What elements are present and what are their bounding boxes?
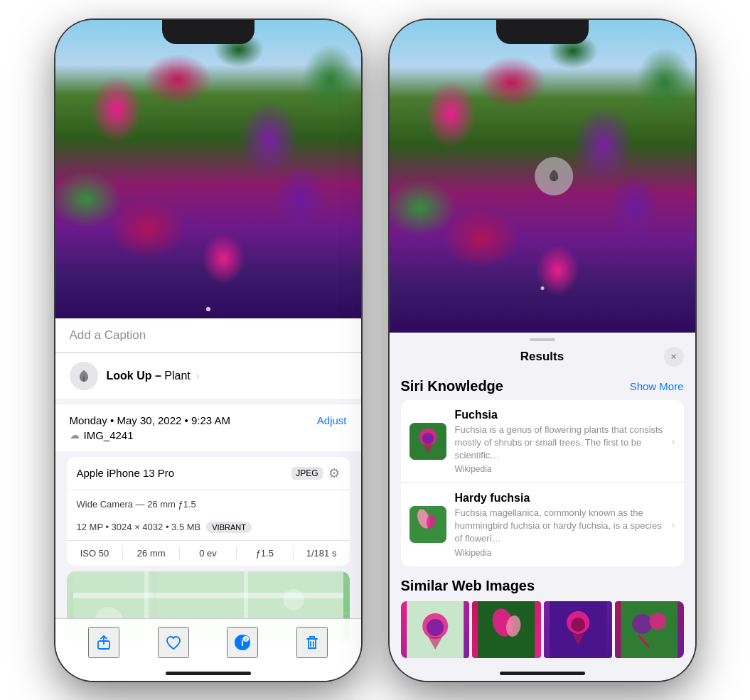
svg-rect-1 bbox=[73, 593, 343, 598]
page-dot bbox=[206, 307, 210, 311]
similar-title: Similar Web Images bbox=[401, 578, 684, 594]
hardy-thumbnail bbox=[409, 506, 446, 543]
fuchsia-info: Fuchsia Fuchsia is a genus of flowering … bbox=[455, 409, 663, 475]
similar-images-grid[interactable] bbox=[401, 601, 684, 658]
left-screen: Add a Caption Look Up – Plant › Monday •… bbox=[55, 20, 361, 681]
hardy-chevron: › bbox=[672, 519, 675, 530]
delete-button[interactable] bbox=[296, 627, 328, 658]
caption-placeholder[interactable]: Add a Caption bbox=[70, 328, 146, 342]
specs-text: 12 MP • 3024 × 4032 • 3.5 MB bbox=[77, 522, 201, 532]
sheet-handle bbox=[530, 338, 555, 341]
right-screen: Results × Siri Knowledge Show More bbox=[390, 20, 695, 681]
results-sheet: Results × Siri Knowledge Show More bbox=[390, 333, 695, 681]
svg-point-14 bbox=[422, 433, 434, 444]
device-name: Apple iPhone 13 Pro bbox=[77, 467, 175, 479]
exif-ev: 0 ev bbox=[180, 546, 237, 560]
similar-image-3[interactable] bbox=[544, 601, 613, 658]
right-phone: Results × Siri Knowledge Show More bbox=[390, 20, 695, 681]
home-indicator bbox=[166, 672, 251, 675]
svg-point-5 bbox=[283, 589, 304, 610]
svg-point-26 bbox=[571, 618, 585, 632]
sim-img-svg-4 bbox=[615, 601, 684, 658]
hardy-source: Wikipedia bbox=[455, 548, 663, 558]
flower-photo-right[interactable] bbox=[390, 20, 695, 333]
left-phone: Add a Caption Look Up – Plant › Monday •… bbox=[55, 20, 361, 681]
info-icon: i i bbox=[233, 633, 252, 652]
share-button[interactable] bbox=[88, 627, 119, 658]
results-title: Results bbox=[520, 350, 564, 364]
hardy-name: Hardy fuchsia bbox=[455, 492, 663, 505]
fuchsia-thumb-img bbox=[409, 423, 446, 460]
exif-row: ISO 50 26 mm 0 ev ƒ1.5 1/181 s bbox=[67, 540, 350, 566]
date-info: Monday • May 30, 2022 • 9:23 AM Adjust ☁… bbox=[55, 404, 361, 451]
similar-image-1[interactable] bbox=[401, 601, 470, 658]
fuchsia-desc: Fuchsia is a genus of flowering plants t… bbox=[455, 424, 663, 463]
specs-row: 12 MP • 3024 × 4032 • 3.5 MB VIBRANT bbox=[67, 517, 350, 540]
show-more-button[interactable]: Show More bbox=[630, 380, 684, 392]
hardy-info: Hardy fuchsia Fuchsia magellanica, commo… bbox=[455, 492, 663, 558]
svg-point-28 bbox=[632, 614, 652, 634]
exif-iso: ISO 50 bbox=[67, 546, 124, 560]
siri-knowledge-header: Siri Knowledge Show More bbox=[401, 378, 684, 394]
favorite-button[interactable] bbox=[158, 627, 189, 658]
info-button[interactable]: i i bbox=[227, 627, 258, 658]
share-icon bbox=[96, 635, 112, 650]
fuchsia-thumbnail bbox=[409, 423, 446, 460]
lookup-chevron: › bbox=[193, 370, 200, 382]
svg-text:i: i bbox=[245, 637, 247, 642]
trash-icon bbox=[304, 635, 320, 650]
lookup-row[interactable]: Look Up – Plant › bbox=[55, 352, 361, 399]
lookup-icon bbox=[70, 362, 98, 390]
exif-focal: 26 mm bbox=[123, 546, 180, 560]
siri-knowledge-title: Siri Knowledge bbox=[401, 378, 503, 394]
sim-img-svg-2 bbox=[472, 601, 541, 658]
sim-img-svg-1 bbox=[401, 601, 470, 658]
camera-row: Wide Camera — 26 mm ƒ1.5 bbox=[67, 490, 350, 517]
similar-image-4[interactable] bbox=[615, 601, 684, 658]
svg-point-20 bbox=[427, 619, 444, 636]
device-row: Apple iPhone 13 Pro JPEG ⚙ bbox=[67, 457, 350, 490]
fuchsia-name: Fuchsia bbox=[455, 409, 663, 421]
fuchsia-item[interactable]: Fuchsia Fuchsia is a genus of flowering … bbox=[401, 400, 684, 483]
notch-right bbox=[496, 20, 589, 44]
sim-img-svg-3 bbox=[544, 601, 613, 658]
visual-lookup-icon bbox=[545, 167, 563, 185]
flower-photo[interactable] bbox=[55, 20, 361, 318]
vibrant-badge: VIBRANT bbox=[206, 522, 252, 533]
badges: JPEG ⚙ bbox=[291, 465, 339, 481]
settings-icon[interactable]: ⚙ bbox=[328, 465, 340, 481]
caption-area[interactable]: Add a Caption bbox=[55, 318, 361, 352]
camera-text: Wide Camera — 26 mm ƒ1.5 bbox=[77, 499, 196, 510]
visual-lookup-button[interactable] bbox=[535, 157, 573, 195]
hardy-desc: Fuchsia magellanica, commonly known as t… bbox=[455, 507, 663, 546]
device-section: Apple iPhone 13 Pro JPEG ⚙ Wide Camera —… bbox=[67, 457, 350, 566]
fuchsia-chevron: › bbox=[672, 436, 675, 447]
lookup-text: Look Up – Plant › bbox=[107, 370, 200, 382]
heart-icon bbox=[165, 634, 182, 651]
exif-shutter: 1/181 s bbox=[294, 546, 350, 560]
similar-section: Similar Web Images bbox=[401, 578, 684, 658]
results-header: Results × bbox=[390, 347, 695, 372]
similar-image-2[interactable] bbox=[472, 601, 541, 658]
cloud-icon: ☁ bbox=[70, 429, 80, 441]
adjust-button[interactable]: Adjust bbox=[317, 414, 347, 426]
svg-point-29 bbox=[649, 613, 666, 630]
hardy-fuchsia-item[interactable]: Hardy fuchsia Fuchsia magellanica, commo… bbox=[401, 483, 684, 566]
fuchsia-source: Wikipedia bbox=[455, 464, 663, 474]
hardy-thumb-img bbox=[409, 506, 446, 543]
date-text: Monday • May 30, 2022 • 9:23 AM bbox=[70, 414, 230, 426]
filename: IMG_4241 bbox=[84, 429, 134, 441]
dot-right bbox=[540, 286, 544, 290]
format-badge: JPEG bbox=[291, 467, 322, 480]
exif-aperture: ƒ1.5 bbox=[237, 546, 294, 560]
sheet-content[interactable]: Siri Knowledge Show More bbox=[390, 372, 695, 681]
home-indicator-right bbox=[500, 672, 585, 675]
leaf-icon bbox=[76, 368, 92, 384]
knowledge-card: Fuchsia Fuchsia is a genus of flowering … bbox=[401, 400, 684, 566]
notch bbox=[162, 20, 255, 44]
close-button[interactable]: × bbox=[664, 347, 684, 367]
